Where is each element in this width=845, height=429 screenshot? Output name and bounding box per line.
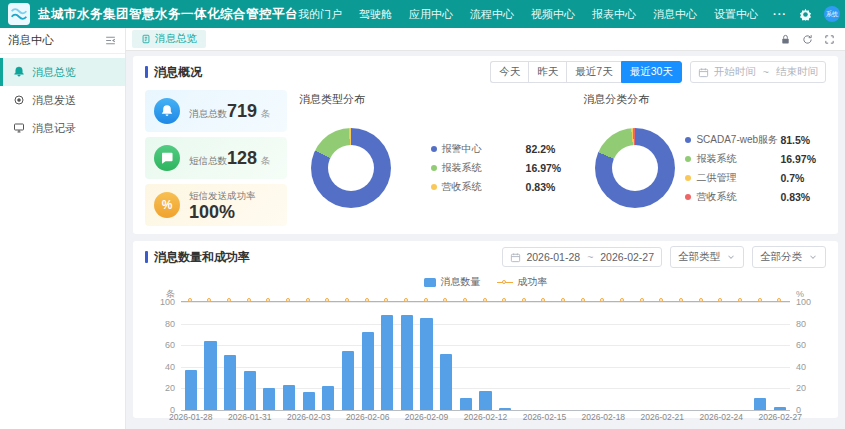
trend-start-date[interactable]: 2026-01-28 [526, 251, 580, 263]
user-avatar[interactable]: 系统 [824, 6, 840, 22]
bar-2026-02-04 [322, 386, 334, 410]
line-marker [699, 298, 703, 302]
trend-end-date[interactable]: 2026-02-27 [600, 251, 654, 263]
x-tick-label: 2026-02-15 [523, 412, 566, 422]
message-category-donut-chart [595, 128, 675, 208]
sidebar-item-消息记录[interactable]: 消息记录 [0, 114, 125, 142]
nav-item-报表中心[interactable]: 报表中心 [592, 7, 636, 22]
category-select[interactable]: 全部分类 [752, 246, 826, 268]
bar-slot-2026-02-20 [633, 302, 653, 410]
section-title-overview: 消息概况 [145, 64, 202, 81]
end-date-input[interactable]: 结束时间 [776, 65, 818, 79]
section-title-trend: 消息数量和成功率 [145, 249, 250, 266]
stat-unit: 条 [261, 108, 271, 119]
bar-slot-2026-02-06 [358, 302, 378, 410]
app-root: 盐城市水务集团智慧水务一体化综合管控平台 我的门户驾驶舱应用中心流程中心视频中心… [0, 0, 845, 429]
gear-icon[interactable] [799, 8, 812, 21]
line-marker [581, 298, 585, 302]
bar-slot-2026-02-15 [535, 302, 555, 410]
bar-slot-2026-02-10 [436, 302, 456, 410]
bar-slot-2026-02-22 [672, 302, 692, 410]
legend-item-消息数量[interactable]: 消息数量 [424, 275, 481, 289]
bar-2026-02-10 [440, 354, 452, 410]
x-tick-label: 2026-02-18 [582, 412, 625, 422]
line-marker [620, 298, 624, 302]
legend-label: 报警中心 [442, 142, 526, 156]
bar-2026-02-13 [499, 408, 511, 410]
bar-2026-02-27 [774, 407, 786, 410]
filter-button-今天[interactable]: 今天 [490, 61, 528, 83]
lock-icon[interactable] [780, 34, 791, 45]
percent-icon: % [154, 192, 180, 218]
top-nav: 我的门户驾驶舱应用中心流程中心视频中心报表中心消息中心设置中心 [298, 7, 758, 22]
legend-item-营收系统[interactable]: 营收系统0.83% [431, 180, 562, 194]
sidebar-item-label: 消息发送 [32, 93, 76, 108]
legend-item-报装系统[interactable]: 报装系统16.97% [431, 161, 562, 175]
filter-button-最近7天[interactable]: 最近7天 [566, 61, 620, 83]
x-tick-label: 2026-02-24 [699, 412, 742, 422]
date-range-picker[interactable]: 开始时间 ~ 结束时间 [690, 61, 826, 83]
more-menu-button[interactable]: ··· [773, 8, 787, 20]
bar-2026-02-05 [342, 351, 354, 410]
bar-slot-2026-02-01 [260, 302, 280, 410]
line-marker [188, 298, 192, 302]
legend-item-成功率[interactable]: 成功率 [497, 275, 548, 289]
nav-item-设置中心[interactable]: 设置中心 [714, 7, 758, 22]
legend-item-SCADA7-web服务[interactable]: SCADA7-web服务81.5% [685, 133, 816, 147]
legend-item-报警中心[interactable]: 报警中心82.2% [431, 142, 562, 156]
line-marker [483, 298, 487, 302]
sidebar-item-消息发送[interactable]: 消息发送 [0, 86, 125, 114]
start-date-input[interactable]: 开始时间 [714, 65, 756, 79]
nav-item-我的门户[interactable]: 我的门户 [298, 7, 342, 22]
line-marker [758, 298, 762, 302]
legend-label: SCADA7-web服务 [696, 133, 780, 147]
type-select[interactable]: 全部类型 [670, 246, 744, 268]
filter-button-最近30天[interactable]: 最近30天 [621, 61, 682, 83]
nav-item-视频中心[interactable]: 视频中心 [531, 7, 575, 22]
bar-series [181, 302, 790, 410]
nav-item-应用中心[interactable]: 应用中心 [409, 7, 453, 22]
legend-dot [431, 146, 437, 152]
bell-icon [13, 66, 25, 78]
collapse-sidebar-icon[interactable] [104, 34, 117, 47]
bar-slot-2026-02-25 [731, 302, 751, 410]
nav-item-流程中心[interactable]: 流程中心 [470, 7, 514, 22]
plot-area: 2026-01-282026-01-312026-02-032026-02-06… [181, 302, 790, 410]
fullscreen-icon[interactable] [824, 34, 835, 45]
gridline [181, 410, 790, 411]
refresh-icon[interactable] [802, 34, 813, 45]
axis-tick-label: 80 [796, 320, 806, 329]
date-separator: ~ [761, 66, 771, 78]
tab-message-overview[interactable]: 消息总览 [132, 30, 206, 48]
legend-item-二供管理[interactable]: 二供管理0.7% [685, 171, 816, 185]
axis-tick-label: 20 [796, 384, 806, 393]
bar-slot-2026-02-05 [338, 302, 358, 410]
calendar-icon [510, 252, 521, 263]
legend-dot [685, 194, 691, 200]
axis-tick-label: 60 [165, 341, 175, 350]
x-axis-labels: 2026-01-282026-01-312026-02-032026-02-06… [181, 412, 790, 424]
message-overview-card: 消息概况 今天昨天最近7天最近30天 开始时间 ~ 结束时间 [133, 56, 838, 234]
sidebar-menu: 消息总览消息发送消息记录 [0, 54, 125, 142]
axis-tick-label: 100 [160, 298, 175, 307]
filter-button-昨天[interactable]: 昨天 [528, 61, 566, 83]
nav-item-驾驶舱[interactable]: 驾驶舱 [359, 7, 392, 22]
line-marker [306, 298, 310, 302]
bar-2026-02-03 [303, 392, 315, 410]
bar-slot-2026-02-11 [456, 302, 476, 410]
tab-bar: 消息总览 [126, 28, 845, 51]
sidebar-item-消息总览[interactable]: 消息总览 [0, 58, 125, 86]
legend-label: 二供管理 [696, 171, 780, 185]
sidebar-item-label: 消息记录 [32, 121, 76, 136]
stat-value: 719条 [227, 101, 271, 121]
nav-item-消息中心[interactable]: 消息中心 [653, 7, 697, 22]
legend-item-报装系统[interactable]: 报装系统16.97% [685, 152, 816, 166]
stat-card-消息总数: 消息总数719条 [145, 90, 287, 132]
legend-swatch [424, 278, 436, 287]
legend-item-营收系统[interactable]: 营收系统0.83% [685, 190, 816, 204]
trend-date-range-picker[interactable]: 2026-01-28 ~ 2026-02-27 [502, 247, 662, 267]
bar-slot-2026-02-09 [417, 302, 437, 410]
line-marker [424, 298, 428, 302]
bar-2026-02-01 [263, 388, 275, 410]
pie-legend: 报警中心82.2%报装系统16.97%营收系统0.83% [431, 142, 562, 194]
